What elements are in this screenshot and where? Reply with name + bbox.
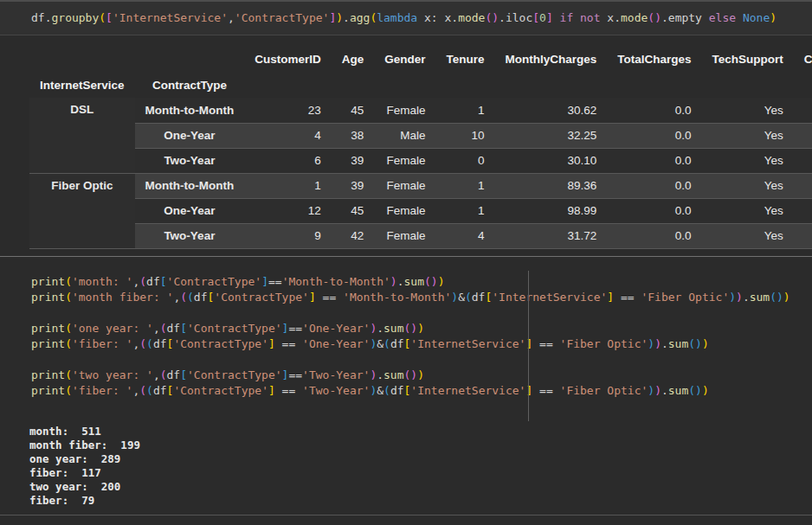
table-cell: Yes (794, 123, 812, 148)
table-row: DSLMonth-to-Month2345Female130.620.0YesY… (29, 98, 812, 123)
code-token: ) (770, 11, 777, 24)
notebook-page: df.groupby(['InternetService','ContractT… (0, 0, 812, 525)
code-token: , (153, 368, 160, 381)
code-token: ] (268, 337, 275, 350)
code-token: 0 (539, 11, 546, 24)
table-cell: 45 (332, 198, 375, 223)
code-line: print('two year: ',(df['ContractType']==… (31, 368, 805, 383)
table-cell: Yes (702, 223, 794, 248)
table-cell: Yes (794, 223, 812, 248)
code-token: df (390, 337, 404, 350)
code-token: print (31, 337, 65, 350)
code-token: None (743, 11, 770, 24)
header-spacer (495, 72, 608, 98)
code-token: , (153, 322, 160, 335)
code-token: ) (390, 275, 397, 288)
code-token: 'ContractType' (187, 322, 282, 335)
code-token: print (31, 384, 65, 397)
table-cell: Female (374, 98, 435, 123)
column-header-techsupport: TechSupport (702, 46, 794, 72)
code-token: 'ContractType' (235, 11, 330, 24)
header-spacer (794, 72, 812, 98)
code-token: 'InternetService' (410, 337, 525, 350)
table-cell: 0.0 (607, 98, 701, 123)
code-token: ( (187, 291, 194, 304)
code-token: df (146, 275, 160, 288)
row-contract-label: Two-Year (135, 148, 245, 173)
stdout-line: two year: 200 (29, 480, 812, 494)
code-token: df (194, 291, 208, 304)
table-row: Two-Year639Female030.100.0YesYes (29, 148, 812, 173)
column-header-churn: Churn (794, 46, 812, 72)
table-cell: 6 (244, 148, 332, 173)
code-cell-2-code[interactable]: print('month: ',(df['ContractType']=='Mo… (31, 274, 805, 399)
code-token: () (404, 368, 418, 381)
code-cell-2[interactable]: print('month: ',(df['ContractType']=='Mo… (0, 257, 812, 399)
code-token: sum (383, 368, 403, 381)
code-line: print('fiber: ',((df['ContractType'] == … (31, 336, 805, 352)
code-token: == (316, 291, 343, 304)
result-table: CustomerIDAgeGenderTenureMonthlyChargesT… (29, 46, 812, 249)
code-token: ) (438, 275, 445, 288)
code-token: ] (261, 275, 268, 288)
code-token: == (614, 291, 641, 304)
code-token: == (275, 337, 302, 350)
code-token: [ (160, 275, 167, 288)
stdout-line: month fiber: 199 (29, 439, 812, 452)
code-token: . (377, 368, 383, 381)
code-cell-1-code[interactable]: df.groupby(['InternetService','ContractT… (31, 10, 805, 26)
table-cell: 12 (244, 198, 332, 223)
code-line (31, 352, 805, 368)
code-cell-1[interactable]: df.groupby(['InternetService','ContractT… (0, 0, 812, 35)
header-spacer (607, 72, 701, 98)
column-header-row: CustomerIDAgeGenderTenureMonthlyChargesT… (29, 46, 812, 72)
code-token: ( (180, 291, 187, 304)
code-token: not (580, 11, 600, 24)
code-token: .empty (661, 11, 709, 24)
code-token: & (458, 291, 465, 304)
code-token: . (661, 337, 668, 350)
row-contract-label: One-Year (135, 123, 245, 148)
row-contract-label: Two-Year (135, 223, 245, 248)
code-token: ( (383, 337, 390, 350)
code-token: . (397, 275, 404, 288)
code-token: , (228, 11, 235, 24)
table-cell: Female (374, 198, 435, 223)
column-header-gender: Gender (374, 46, 435, 72)
table-cell: 9 (244, 223, 332, 248)
code-token: 'Month-to-Month' (282, 275, 390, 288)
code-token: ) (336, 11, 343, 24)
code-token: ( (160, 322, 167, 335)
code-token: else (709, 11, 736, 24)
table-cell: 0.0 (607, 223, 701, 248)
code-token: ) (702, 337, 709, 350)
code-token: == (288, 368, 302, 381)
row-contract-label: One-Year (135, 198, 245, 223)
code-token: 'Fiber Optic' (560, 384, 648, 397)
table-row: One-Year438Male1032.250.0YesYes (29, 123, 812, 148)
code-token: df (153, 337, 167, 350)
table-cell: 0.0 (607, 198, 701, 223)
code-token: ( (65, 337, 72, 350)
code-token: ( (139, 337, 146, 350)
code-token: 'InternetService' (113, 11, 228, 24)
code-line (31, 305, 805, 321)
code-token: ] (268, 384, 275, 397)
table-cell: 38 (332, 123, 375, 148)
code-token: groupby (51, 11, 99, 24)
code-token: ) (648, 337, 654, 350)
code-token: ) (654, 384, 661, 397)
code-token: 'ContractType' (173, 384, 268, 397)
code-token: x. (601, 11, 621, 24)
code-token: ) (417, 368, 424, 381)
code-token: 'one year: ' (72, 322, 153, 335)
table-row: Two-Year942Female431.720.0YesYes (29, 223, 812, 248)
code-token: ( (146, 337, 153, 350)
dataframe-output-area: CustomerIDAgeGenderTenureMonthlyChargesT… (0, 35, 812, 249)
code-token: if (560, 11, 574, 24)
code-token: ) (736, 291, 743, 304)
code-token: == (288, 322, 302, 335)
code-token: () (688, 384, 702, 397)
index-name-contracttype: ContractType (135, 72, 245, 98)
table-cell: 4 (436, 223, 495, 248)
